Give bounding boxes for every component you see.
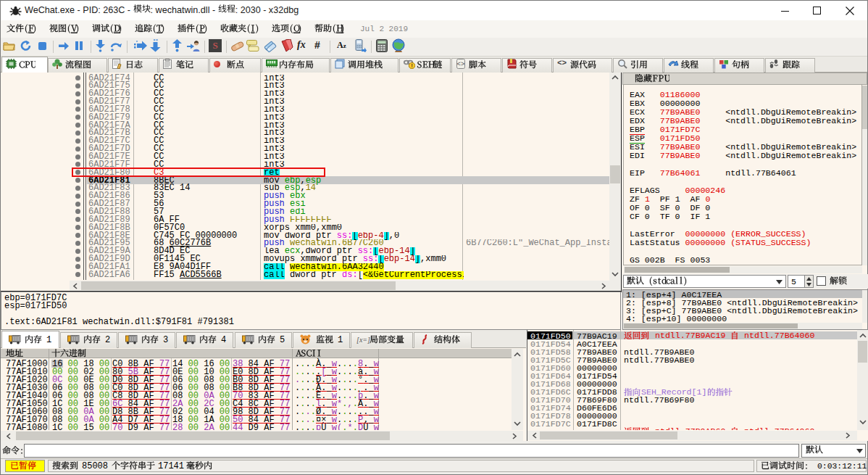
svg-text:<>: <> (457, 61, 465, 68)
svg-text:!: ! (411, 62, 412, 69)
